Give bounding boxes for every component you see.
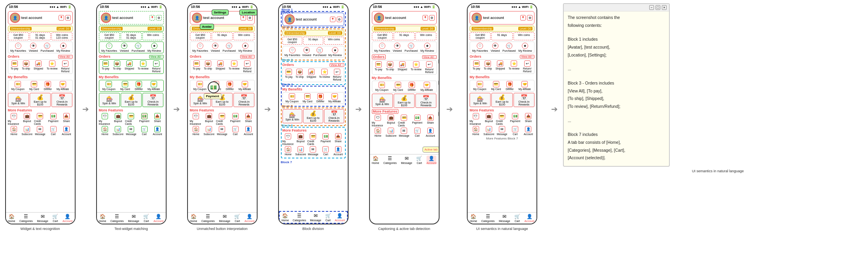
tab-cart-4[interactable]: 🛒Cart <box>325 213 331 222</box>
feat-buyout-1[interactable]: 💼Buyout <box>21 113 33 125</box>
feat-message-6[interactable]: ✉Message <box>496 126 508 136</box>
feat-account-4[interactable]: 👤Account <box>332 146 344 156</box>
order-topay-2[interactable]: 💳To pay <box>102 60 109 73</box>
view-all-6[interactable]: View All › <box>520 55 534 58</box>
view-all-2[interactable]: View All › <box>149 55 164 58</box>
coupon-box-5[interactable]: Get $50coupon <box>372 32 393 40</box>
order-topay-5[interactable]: 💳To pay <box>375 61 382 73</box>
feat-payment-3[interactable]: 💵Payment <box>229 113 241 125</box>
benefit-card-5[interactable]: 💳My Card <box>393 82 403 91</box>
nav-viewed-5[interactable]: 👁Viewed <box>393 43 402 52</box>
location-icon-5[interactable]: 📍 <box>423 15 428 21</box>
promo-checkin-3[interactable]: 📅Check-In Rewards <box>233 93 254 107</box>
order-return-6[interactable]: ↩Return/Refund <box>523 60 531 73</box>
feat-buyout-5[interactable]: 💼Buyout <box>385 115 397 127</box>
feat-cart-6[interactable]: 🛒Cart <box>509 126 521 136</box>
view-all-4[interactable]: View All › <box>330 63 344 67</box>
location-icon-4[interactable]: 📍 <box>330 17 335 22</box>
feat-home-5[interactable]: 🏠Home <box>372 128 384 137</box>
nav-purchased-3[interactable]: 🛒Purchased <box>223 43 236 52</box>
coupon-box-2[interactable]: Get $50coupon <box>99 32 120 40</box>
benefit-affiliate-4[interactable]: 🤝My Affiliate <box>328 93 341 103</box>
feat-cart-2[interactable]: 🛒Cart <box>138 126 150 136</box>
feat-home-3[interactable]: 🏠Home <box>190 126 202 136</box>
feat-share-1[interactable]: 📤Share <box>60 113 72 125</box>
order-return-4[interactable]: ↩Return/Refund <box>333 69 341 81</box>
feat-account-2[interactable]: 👤Account <box>151 126 163 136</box>
feat-home-6[interactable]: 🏠Home <box>470 126 482 136</box>
feat-share-6[interactable]: 📤Share <box>522 113 534 125</box>
nav-viewed-2[interactable]: 👁Viewed <box>120 43 129 52</box>
feat-subscore-3[interactable]: 📊Subscore <box>203 126 215 136</box>
feat-subscore-4[interactable]: 📊Subscore <box>295 146 307 156</box>
minimize-btn[interactable]: − <box>649 5 654 10</box>
promo-checkin-4[interactable]: 📅Check-In Rewards <box>324 109 344 123</box>
order-topay-6[interactable]: 💳To pay <box>473 60 480 73</box>
tab-account-6[interactable]: 👤Account <box>524 214 534 222</box>
tab-home-1[interactable]: 🏠Home <box>8 214 15 222</box>
feat-subscore-2[interactable]: 📊Subscore <box>112 126 124 136</box>
promo-earn-2[interactable]: 💰Earn up to $100 <box>121 93 142 107</box>
feat-account-1[interactable]: 👤Account <box>60 126 72 136</box>
order-shipped-5[interactable]: 🚚Shipped <box>398 61 407 73</box>
nav-favorites-1[interactable]: ♡ My Favorites <box>10 43 26 52</box>
order-return-3[interactable]: ↩Return/Refund <box>243 60 252 73</box>
settings-icon-2[interactable]: ⚙ <box>156 15 162 21</box>
promo-spin-2[interactable]: 🎰Spin & Win <box>99 93 120 107</box>
benefit-affiliate-5[interactable]: 🤝My Affiliate <box>421 82 433 91</box>
nav-viewed-6[interactable]: 👁Viewed <box>491 43 500 52</box>
feat-account-5[interactable]: 👤Account <box>424 128 436 137</box>
feat-insurance-3[interactable]: 🛡My Insurance <box>190 113 202 125</box>
nav-viewed-3[interactable]: 👁Viewed <box>211 43 220 52</box>
promo-earn-6[interactable]: 💰Earn up to $100 <box>491 93 512 107</box>
settings-icon-4[interactable]: ⚙ <box>337 17 342 22</box>
feat-message-1[interactable]: ✉Message <box>34 126 46 136</box>
tab-message-5[interactable]: ✉Message <box>401 156 412 164</box>
settings-icon-6[interactable]: ⚙ <box>527 15 533 21</box>
benefit-differ-1[interactable]: 🎁Diffiffer <box>44 81 52 90</box>
feat-buyout-6[interactable]: 💼Buyout <box>483 113 495 125</box>
promo-earn-1[interactable]: 💰 Earn up to $100 <box>30 93 51 107</box>
settings-icon-5[interactable]: ⚙ <box>429 15 435 21</box>
feat-credit-2[interactable]: 💳Credit Cards <box>125 113 137 125</box>
nav-review-3[interactable]: ★My Review <box>239 43 252 52</box>
tab-cart-5[interactable]: 🛒Cart <box>416 156 422 164</box>
order-toship-5[interactable]: 📦To ship <box>386 61 394 73</box>
promo-earn-4[interactable]: 💰Earn up to $100 <box>303 109 323 123</box>
promo-checkin-5[interactable]: 📅Check-In Rewards <box>415 94 436 108</box>
view-all-5[interactable]: View All › <box>422 55 437 59</box>
promo-checkin-2[interactable]: 📅Check-In Rewards <box>142 93 163 107</box>
view-all-1[interactable]: View All › <box>58 55 73 58</box>
coupon-box-3[interactable]: Get $50coupon <box>190 32 211 40</box>
order-topay-1[interactable]: 💳To pay <box>11 60 18 73</box>
order-shipped-6[interactable]: 🚚Shipped <box>496 60 505 73</box>
benefit-coupon-5[interactable]: 🎫My Coupon <box>375 82 389 91</box>
benefit-coupon-4[interactable]: 🎫My Coupon <box>286 93 299 103</box>
benefit-coupon-1[interactable]: 🎫My Coupon <box>11 81 25 90</box>
benefit-affiliate-1[interactable]: 🤝My Affiliate <box>57 81 69 90</box>
benefit-coupon-3[interactable]: 🎫My Coupon <box>193 81 207 90</box>
feat-message-3[interactable]: ✉Message <box>216 126 228 136</box>
benefit-differ-6[interactable]: 🎁Diffiffer <box>506 81 514 90</box>
tab-categories-5[interactable]: ☰Categories <box>383 156 397 164</box>
feat-insurance-6[interactable]: 🛡My Insurance <box>470 113 482 125</box>
order-toship-1[interactable]: 📦To ship <box>22 60 30 73</box>
feat-cart-3[interactable]: 🛒Cart <box>229 126 241 136</box>
promo-checkin-1[interactable]: 📅 Check-In Rewards <box>51 93 72 107</box>
tab-message-4[interactable]: ✉Message <box>310 213 321 222</box>
tab-message-2[interactable]: ✉Message <box>128 214 139 222</box>
feat-subscore-1[interactable]: 📊Subscore <box>21 126 33 136</box>
nav-favorites-6[interactable]: ♡My Favorites <box>472 43 488 52</box>
location-icon-2[interactable]: 📍 <box>150 15 155 21</box>
order-shipped-2[interactable]: 🚚Shipped <box>125 60 134 73</box>
benefit-differ-3[interactable]: 🎁Diffiffer <box>226 81 234 90</box>
nav-review-1[interactable]: ★ My Review <box>57 43 70 52</box>
location-icon-6[interactable]: 📍 <box>520 15 526 21</box>
feat-cart-5[interactable]: 🛒Cart <box>411 128 423 137</box>
feat-insurance-2[interactable]: 🛡My Insurance <box>99 113 111 125</box>
nav-viewed-1[interactable]: 👁 Viewed <box>29 43 38 52</box>
tab-home-3[interactable]: 🏠Home <box>190 214 197 222</box>
nav-purchased-6[interactable]: 🛒Purchased <box>502 43 515 52</box>
nav-review-2[interactable]: ★My Review <box>148 43 161 52</box>
tab-account-5[interactable]: 👤Account Active tab <box>426 156 436 164</box>
